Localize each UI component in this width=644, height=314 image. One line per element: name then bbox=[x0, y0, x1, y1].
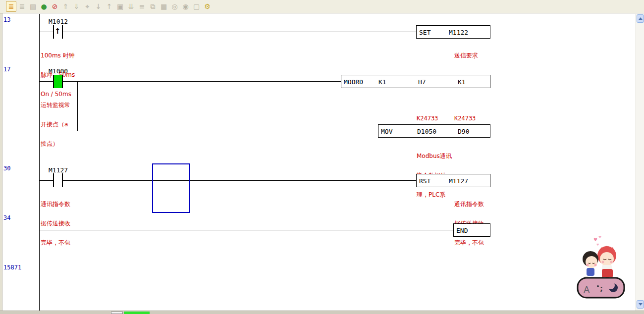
contact-device-label: M1000 bbox=[49, 67, 68, 75]
ladder-build-icon[interactable]: ≣ bbox=[17, 1, 27, 12]
mascot-boy bbox=[597, 246, 616, 281]
rung34-wire bbox=[39, 230, 453, 230]
contact-m1000-energized[interactable] bbox=[53, 75, 63, 88]
program-check-icon[interactable]: ▤ bbox=[28, 1, 38, 12]
settings-tool-icon[interactable]: ⚙ bbox=[202, 1, 213, 12]
pulse-contact-m1012[interactable] bbox=[62, 25, 63, 39]
mascot-punct: ; bbox=[600, 284, 603, 293]
code-transfer-icon[interactable]: ↑ bbox=[104, 1, 114, 12]
step-number-17: 17 bbox=[3, 66, 10, 73]
rung30-wire bbox=[63, 180, 416, 181]
rung17-wire bbox=[63, 81, 341, 82]
branch-wire-horizontal bbox=[77, 131, 378, 131]
branch-wire-vertical bbox=[77, 81, 78, 131]
zoom-p-icon[interactable]: ◉ bbox=[180, 1, 191, 12]
mascot-graphic: ♥ ♥ ♥ bbox=[576, 234, 626, 301]
pulse-contact-m1012[interactable] bbox=[53, 25, 54, 39]
chevron-up-icon bbox=[639, 17, 643, 20]
step-number-30: 30 bbox=[3, 165, 10, 172]
step-number-34: 34 bbox=[3, 214, 10, 221]
step-number-15871: 15871 bbox=[3, 264, 21, 271]
screen-capture-icon[interactable]: ▦ bbox=[159, 1, 169, 12]
rung13-wire bbox=[63, 32, 416, 32]
network-status-icon[interactable]: ▢ bbox=[191, 1, 202, 12]
code-convert-icon[interactable]: ↓ bbox=[93, 1, 104, 12]
device-write-icon[interactable]: ⇊ bbox=[126, 1, 136, 12]
remote-comm-icon[interactable]: ⌖ bbox=[82, 1, 93, 12]
contact-device-label: M1127 bbox=[49, 166, 68, 174]
bottom-edge-strip bbox=[0, 311, 644, 314]
read-from-plc-icon[interactable]: ⇓ bbox=[71, 1, 82, 12]
cascade-windows-icon[interactable]: ⧉ bbox=[148, 1, 158, 12]
mascot-widget[interactable]: ♥ ♥ ♥ bbox=[576, 234, 626, 301]
modrd-instruction-box[interactable]: MODRD K1 H7 K1 bbox=[341, 75, 490, 88]
mov-instruction-box[interactable]: MOV D1050 D90 bbox=[378, 124, 490, 138]
write-to-plc-icon[interactable]: ⇑ bbox=[60, 1, 71, 12]
instruction-op: SET bbox=[419, 29, 430, 36]
end-instruction-box[interactable]: END bbox=[453, 223, 490, 237]
zoom-m-icon[interactable]: ◎ bbox=[169, 1, 180, 12]
instruction-operand: M1122 bbox=[449, 29, 468, 36]
contact-comment: 通讯指令数 据传送接收 完毕，不包 bbox=[41, 188, 70, 259]
rung30-wire bbox=[39, 180, 53, 181]
instruction-op: MODRD bbox=[344, 78, 363, 86]
contact-device-label: M1012 bbox=[49, 18, 68, 25]
rising-edge-arrow-icon: ↑ bbox=[54, 27, 61, 36]
edit-selection-cursor bbox=[152, 163, 190, 213]
contact-m1127[interactable] bbox=[53, 173, 54, 187]
rst-instruction-box[interactable]: RST M1127 bbox=[416, 174, 490, 187]
insert-row-icon[interactable]: ≡ bbox=[137, 1, 147, 12]
vertical-scrollbar[interactable] bbox=[636, 14, 644, 311]
instruction-dst: D90 bbox=[458, 128, 469, 135]
instruction-param2: H7 bbox=[418, 78, 426, 86]
rung17-wire bbox=[39, 81, 53, 82]
instruction-param1: K1 bbox=[378, 78, 386, 86]
mascot-girl bbox=[583, 251, 598, 280]
mascot-letter: A bbox=[584, 284, 590, 295]
device-monitor-icon[interactable]: ▣ bbox=[115, 1, 125, 12]
chevron-down-icon bbox=[639, 303, 643, 306]
set-instruction-box[interactable]: SET M1122 bbox=[416, 25, 490, 39]
heart-icon: ♥ bbox=[598, 235, 601, 239]
rung13-wire bbox=[39, 32, 53, 32]
instruction-param3: K1 bbox=[458, 78, 466, 86]
step-number-13: 13 bbox=[3, 16, 10, 23]
bottom-strip-white-box bbox=[111, 312, 123, 314]
stop-monitor-icon[interactable]: ⊘ bbox=[50, 1, 60, 12]
instruction-op: END bbox=[456, 227, 468, 234]
monitor-value-d1050: K24733 bbox=[417, 115, 438, 122]
instruction-comment: 送信要求 bbox=[454, 40, 478, 72]
ladder-editor-canvas[interactable]: 13 17 30 34 15871 M1012 ↑ 100ms 时钟 脉冲，50… bbox=[0, 14, 636, 311]
scroll-up-button[interactable] bbox=[637, 14, 644, 23]
contact-comment: 运转监视常 开接点（a 接点） bbox=[41, 89, 70, 160]
left-power-rail bbox=[39, 14, 40, 311]
edge-partial-icon[interactable]: ◗ bbox=[0, 0, 6, 12]
online-globe-icon[interactable]: ● bbox=[39, 1, 49, 12]
instruction-op: RST bbox=[419, 177, 430, 185]
main-toolbar: ◗ ≣ ≣ ▤ ● ⊘ ⇑ ⇓ ⌖ ↓ ↑ ▣ ⇊ ≡ ⧉ ▦ ◎ ◉ ▢ ⚙ bbox=[0, 0, 644, 13]
scroll-down-button[interactable] bbox=[637, 300, 644, 309]
instruction-src: D1050 bbox=[417, 128, 436, 135]
contact-m1127[interactable] bbox=[62, 173, 63, 187]
heart-icon: ♥ bbox=[596, 243, 599, 246]
window-left-frame bbox=[0, 13, 2, 311]
ladder-mode-icon[interactable]: ≣ bbox=[6, 1, 16, 12]
heart-icon: ♥ bbox=[593, 237, 597, 242]
instruction-op: MOV bbox=[381, 128, 392, 135]
bottom-strip-green-bar bbox=[124, 312, 150, 314]
instruction-operand: M1127 bbox=[449, 177, 468, 185]
monitor-value-d90: K24733 bbox=[454, 115, 476, 122]
